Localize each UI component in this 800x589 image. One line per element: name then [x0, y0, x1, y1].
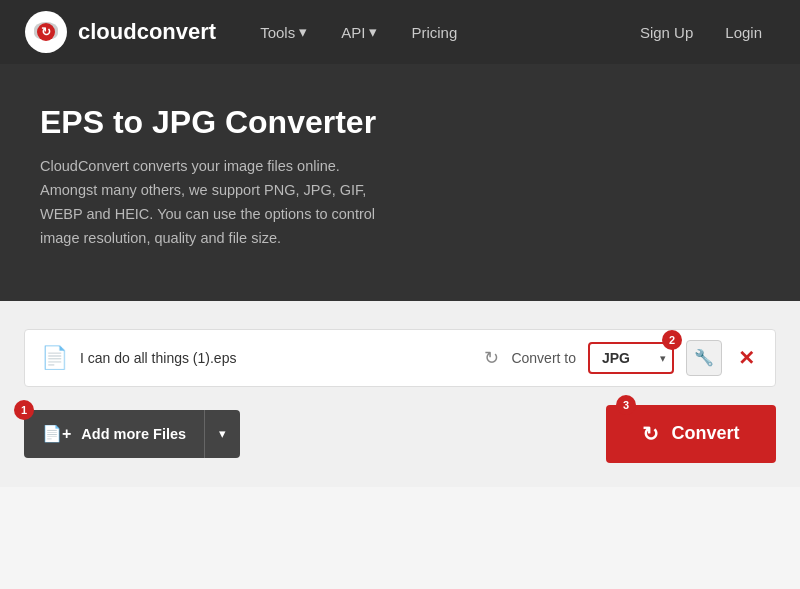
convert-refresh-icon: ↻ [642, 422, 659, 446]
add-files-wrapper: 1 📄+ Add more Files ▾ [24, 410, 240, 458]
add-files-icon: 📄+ [42, 424, 71, 443]
nav-tools-chevron [299, 23, 307, 41]
add-files-label: Add more Files [81, 426, 186, 442]
main-area: 📄 I can do all things (1).eps ↻ Convert … [0, 301, 800, 487]
chevron-down-icon: ▾ [219, 426, 226, 441]
hero-section: EPS to JPG Converter CloudConvert conver… [0, 64, 800, 301]
add-files-main: 📄+ Add more Files [24, 410, 204, 458]
nav-signup[interactable]: Sign Up [626, 16, 707, 49]
add-files-button[interactable]: 📄+ Add more Files ▾ [24, 410, 240, 458]
hero-description: CloudConvert converts your image files o… [40, 155, 400, 251]
badge-1: 1 [14, 400, 34, 420]
nav-login[interactable]: Login [711, 16, 776, 49]
nav-signup-label: Sign Up [640, 24, 693, 41]
convert-label: Convert [671, 423, 739, 444]
badge-3: 3 [616, 395, 636, 415]
nav-api-label: API [341, 24, 365, 41]
format-select-wrapper: 2 JPG PNG GIF WEBP HEIC ▾ [588, 342, 674, 374]
convert-to-label: Convert to [511, 350, 576, 366]
nav-api[interactable]: API [327, 15, 391, 49]
refresh-file-icon[interactable]: ↻ [484, 347, 499, 369]
nav-pricing-label: Pricing [411, 24, 457, 41]
nav-right: Sign Up Login [626, 16, 776, 49]
navbar: ↻ cloudconvert Tools API Pricing Sign Up… [0, 0, 800, 64]
wrench-icon: 🔧 [694, 348, 714, 367]
page-title: EPS to JPG Converter [40, 104, 760, 141]
logo-part1: cloud [78, 19, 137, 44]
file-icon: 📄 [41, 345, 68, 371]
file-row: 📄 I can do all things (1).eps ↻ Convert … [24, 329, 776, 387]
add-files-dropdown-arrow[interactable]: ▾ [205, 410, 240, 458]
logo[interactable]: ↻ cloudconvert [24, 10, 216, 54]
nav-tools[interactable]: Tools [246, 15, 321, 49]
settings-button[interactable]: 🔧 [686, 340, 722, 376]
nav-links: Tools API Pricing [246, 15, 626, 49]
nav-tools-label: Tools [260, 24, 295, 41]
bottom-row: 1 📄+ Add more Files ▾ 3 ↻ Convert [24, 405, 776, 463]
svg-text:↻: ↻ [41, 25, 51, 39]
close-button[interactable]: ✕ [734, 346, 759, 370]
convert-button[interactable]: ↻ Convert [606, 405, 776, 463]
logo-icon: ↻ [24, 10, 68, 54]
convert-wrapper: 3 ↻ Convert [606, 405, 776, 463]
file-name: I can do all things (1).eps [80, 350, 472, 366]
logo-text: cloudconvert [78, 19, 216, 45]
nav-pricing[interactable]: Pricing [397, 16, 471, 49]
logo-part2: convert [137, 19, 216, 44]
nav-login-label: Login [725, 24, 762, 41]
badge-2: 2 [662, 330, 682, 350]
format-select[interactable]: JPG PNG GIF WEBP HEIC [588, 342, 674, 374]
nav-api-chevron [369, 23, 377, 41]
